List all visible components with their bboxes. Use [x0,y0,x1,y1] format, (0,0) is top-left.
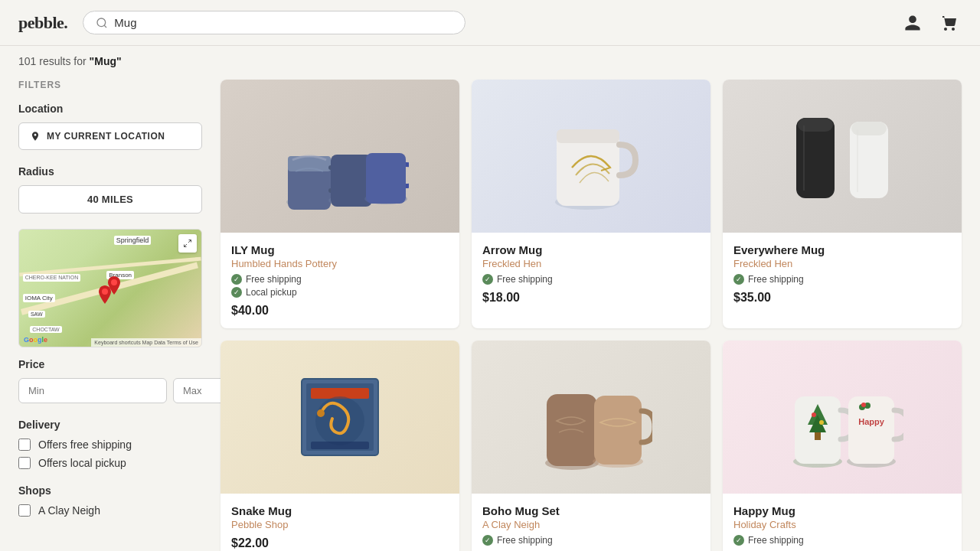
free-shipping-label: Offers free shipping [38,439,132,451]
svg-point-2 [102,289,108,295]
check-icon: ✓ [231,287,242,298]
product-card-ily-mug[interactable]: ILY Mug Humbled Hands Pottery ✓ Free shi… [220,80,459,328]
delivery-filter: Delivery Offers free shipping Offers loc… [18,419,202,469]
map-label-choctaw: CHOCTAW [30,326,61,333]
logo: pebble. [18,13,67,33]
local-pickup-row: Offers local pickup [18,457,202,469]
radius-label: Radius [18,165,202,178]
product-price: $40.00 [231,304,449,318]
delivery-label: Delivery [18,419,202,431]
product-shop: Pebble Shop [231,519,449,530]
product-shop: A Clay Neigh [482,519,700,530]
results-header: 101 results for "Mug" [0,46,980,67]
map-label-ioma: IOMA City [23,294,55,302]
clay-neigh-label: A Clay Neigh [38,504,100,517]
product-grid: ILY Mug Humbled Hands Pottery ✓ Free shi… [220,80,962,551]
product-name: Snake Mug [231,504,449,517]
product-info: ILY Mug Humbled Hands Pottery ✓ Free shi… [220,233,459,328]
product-info: Arrow Mug Freckled Hen ✓ Free shipping $… [472,233,710,315]
results-count: 101 results for "Mug" [18,55,962,67]
clay-neigh-checkbox[interactable] [18,504,31,517]
check-icon: ✓ [482,535,493,546]
sidebar: FILTERS Location MY CURRENT LOCATION Rad… [18,80,202,551]
map-marker-2 [97,285,109,301]
product-price: $35.00 [733,291,951,305]
location-icon [30,131,41,142]
product-card-arrow-mug[interactable]: Arrow Mug Freckled Hen ✓ Free shipping $… [472,80,710,328]
product-card-everywhere-mug[interactable]: Everywhere Mug Freckled Hen ✓ Free shipp… [723,80,962,328]
svg-rect-27 [547,394,597,466]
svg-rect-11 [366,153,406,204]
shops-label: Shops [18,484,202,497]
product-price: $18.00 [482,291,700,305]
clay-neigh-row: A Clay Neigh [18,504,202,517]
product-name: Arrow Mug [482,243,700,256]
product-card-snake-mug[interactable]: Snake Mug Pebble Shop $22.00 [220,341,459,551]
free-shipping-checkbox[interactable] [18,439,31,451]
map-label-springfield: Springfield [114,236,152,245]
location-filter: Location MY CURRENT LOCATION [18,103,202,150]
header: pebble. [0,0,980,46]
local-pickup-checkbox[interactable] [18,457,31,469]
main-content: FILTERS Location MY CURRENT LOCATION Rad… [0,67,980,551]
svg-text:Happy: Happy [858,417,885,426]
free-shipping-badge: ✓ Free shipping [733,274,951,285]
check-icon: ✓ [733,274,744,285]
price-label: Price [18,358,202,370]
price-min-input[interactable] [18,378,167,403]
svg-point-23 [315,396,364,445]
svg-point-36 [819,420,824,425]
check-icon: ✓ [482,274,493,285]
product-info: Happy Mug Holiday Crafts ✓ Free shipping… [723,494,962,551]
price-inputs [18,378,202,403]
cart-icon[interactable] [937,11,962,35]
local-pickup-label: Offers local pickup [38,457,126,469]
header-right [900,11,962,35]
location-label: Location [18,103,202,115]
product-info: Snake Mug Pebble Shop $22.00 [220,494,459,551]
free-shipping-badge: ✓ Free shipping [482,274,700,285]
local-pickup-badge: ✓ Local pickup [231,287,449,298]
map-placeholder: Springfield Branson IOMA City SAW CHERO-… [19,230,201,347]
svg-rect-34 [815,432,821,440]
svg-rect-29 [594,396,642,465]
product-shop: Holiday Crafts [733,519,951,530]
svg-point-0 [97,18,106,27]
product-shop: Freckled Hen [482,258,700,269]
product-name: Happy Mug [733,504,951,517]
check-icon: ✓ [733,535,744,546]
product-price: $22.00 [231,536,449,550]
svg-rect-38 [848,396,894,464]
check-icon: ✓ [231,274,242,285]
svg-line-4 [185,244,188,247]
free-shipping-row: Offers free shipping [18,439,202,451]
free-shipping-badge: ✓ Free shipping [733,535,951,546]
svg-line-3 [188,240,191,243]
free-shipping-badge: ✓ Free shipping [231,274,449,285]
svg-rect-14 [557,129,619,143]
map-container: Springfield Branson IOMA City SAW CHERO-… [18,229,202,347]
map-expand-button[interactable] [178,234,197,253]
product-card-christmas-mug[interactable]: Happy Happy Mug Holiday Crafts ✓ Free sh… [723,341,962,551]
search-bar[interactable] [83,11,466,34]
radius-button[interactable]: 40 MILES [18,185,202,214]
svg-point-35 [812,412,816,417]
price-filter: Price [18,358,202,403]
search-icon [96,17,108,29]
map-footer: Keyboard shortcuts Map Data Terms of Use [91,338,201,347]
product-name: Boho Mug Set [482,504,700,517]
svg-point-24 [317,409,325,417]
google-logo: Google [24,336,47,344]
product-card-boho-mug[interactable]: Boho Mug Set A Clay Neigh ✓ Free shippin… [472,341,710,551]
product-shop: Freckled Hen [733,258,951,269]
radius-filter: Radius 40 MILES [18,165,202,214]
shops-filter: Shops A Clay Neigh [18,484,202,517]
product-name: ILY Mug [231,243,449,256]
search-input[interactable] [114,16,452,29]
account-icon[interactable] [900,11,925,35]
location-button[interactable]: MY CURRENT LOCATION [18,122,202,150]
svg-rect-16 [798,118,833,132]
svg-point-1 [111,279,117,285]
free-shipping-badge: ✓ Free shipping [482,535,700,546]
svg-rect-18 [851,122,887,135]
